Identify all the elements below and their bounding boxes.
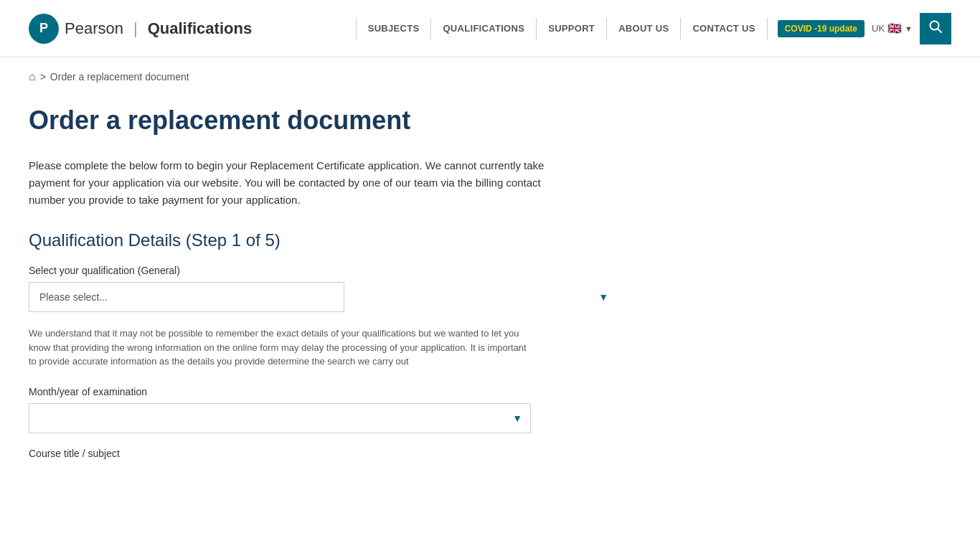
qualification-select-wrapper: Please select... ▼ (29, 282, 617, 312)
language-selector[interactable]: UK 🇬🇧 ▼ (872, 22, 913, 35)
search-button[interactable] (920, 13, 951, 44)
nav-about-us[interactable]: ABOUT US (607, 18, 681, 39)
lang-label: UK (872, 23, 885, 34)
qualifications-label: Qualifications (148, 19, 252, 38)
month-year-select-wrapper: ▼ (29, 403, 531, 433)
chevron-down-icon: ▼ (598, 291, 608, 303)
breadcrumb-current-page: Order a replacement document (50, 71, 189, 83)
search-icon (928, 19, 943, 37)
nav-contact-us[interactable]: CONTACT US (681, 18, 767, 39)
intro-text: Please complete the below form to begin … (29, 157, 545, 209)
svg-line-1 (938, 29, 941, 32)
qualification-select[interactable]: Please select... (29, 282, 344, 312)
helper-text: We understand that it may not be possibl… (29, 326, 531, 369)
pearson-logo-icon: P (29, 14, 59, 44)
site-header: P Pearson | Qualifications SUBJECTS QUAL… (0, 0, 980, 57)
month-year-group: Month/year of examination ▼ (29, 386, 617, 433)
chevron-down-icon: ▼ (905, 24, 913, 33)
flag-icon: 🇬🇧 (887, 22, 902, 35)
main-nav: SUBJECTS QUALIFICATIONS SUPPORT ABOUT US… (356, 13, 951, 44)
course-title-group: Course title / subject (29, 448, 617, 459)
month-year-label: Month/year of examination (29, 386, 617, 397)
nav-support[interactable]: SUPPORT (537, 18, 607, 39)
nav-subjects[interactable]: SUBJECTS (356, 18, 432, 39)
qualification-select-label: Select your qualification (General) (29, 265, 617, 276)
section-title: Qualification Details (Step 1 of 5) (29, 230, 617, 250)
breadcrumb-separator: > (40, 71, 46, 83)
nav-qualifications[interactable]: QUALIFICATIONS (431, 18, 537, 39)
page-title: Order a replacement document (29, 105, 617, 136)
course-title-label: Course title / subject (29, 448, 617, 459)
home-icon[interactable]: ⌂ (29, 70, 36, 83)
main-content: Order a replacement document Please comp… (0, 90, 646, 502)
logo-area[interactable]: P Pearson | Qualifications (29, 14, 252, 44)
breadcrumb: ⌂ > Order a replacement document (0, 57, 980, 90)
month-year-select[interactable] (29, 403, 531, 433)
covid-badge[interactable]: COVID -19 update (778, 20, 864, 37)
logo-divider: | (133, 19, 138, 38)
brand-name: Pearson (65, 19, 123, 38)
qualification-select-group: Select your qualification (General) Plea… (29, 265, 617, 312)
